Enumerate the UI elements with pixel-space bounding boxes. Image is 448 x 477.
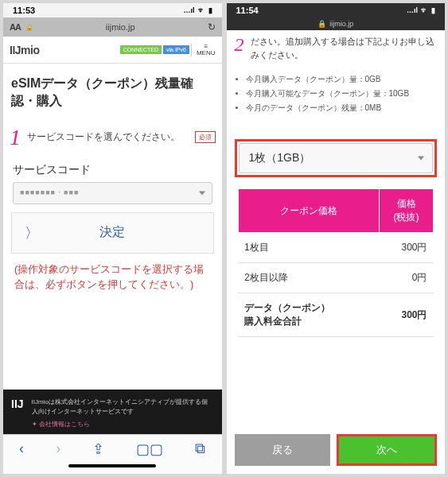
step-text: サービスコードを選んでください。 <box>27 126 189 144</box>
step-text: ださい。追加購入する場合は下記よりお申し込みください。 <box>251 35 438 61</box>
page-content: 2 ださい。追加購入する場合は下記よりお申し込みください。 今月購入データ（クー… <box>227 30 446 474</box>
price-table: クーポン価格 価格 (税抜) 1枚目 300円 2枚目以降 0円 データ（クーポ… <box>238 188 434 337</box>
table-row: データ（クーポン） 購入料金合計 300円 <box>238 293 434 337</box>
page-title: eSIMデータ（クーポン）残量確認・購入 <box>3 64 222 118</box>
url-domain: iijmio.jp <box>38 22 203 32</box>
url-bar[interactable]: 🔒 iijmio.jp <box>227 17 446 30</box>
list-item: 今月購入データ（クーポン）量：0GB <box>246 74 446 85</box>
cell-label: 2枚目以降 <box>238 263 380 293</box>
lock-icon: 🔒 <box>25 24 33 31</box>
warning-text: (操作対象のサービスコードを選択する場合は、必ずボタンを押してください。) <box>3 257 222 305</box>
url-bar[interactable]: AA 🔒 iijmio.jp ↻ <box>3 17 222 37</box>
footer-line2[interactable]: ✦ 会社情報はこちら <box>32 420 214 429</box>
forward-button[interactable]: › <box>56 440 60 457</box>
badge-ipv6: via IPv6 <box>163 45 189 54</box>
status-bar: 11:54 …ıl ᯤ ▮ <box>227 3 446 17</box>
reload-button[interactable]: ↻ <box>208 21 216 33</box>
back-button[interactable]: 戻る <box>235 434 330 466</box>
next-button[interactable]: 次へ <box>339 436 434 463</box>
usage-list: 今月購入データ（クーポン）量：0GB 今月購入可能なデータ（クーポン）量：10G… <box>227 71 446 131</box>
chevron-right-icon: 〉 <box>25 223 39 242</box>
browser-toolbar: ‹ › ⇪ ▢▢ ⧉ <box>3 434 222 463</box>
required-badge: 必須 <box>195 131 216 143</box>
decide-button[interactable]: 〉 決定 <box>11 212 214 254</box>
cell-price: 300円 <box>380 233 434 263</box>
quantity-select[interactable]: 1枚（1GB） <box>239 143 434 173</box>
table-row: 1枚目 300円 <box>238 233 434 263</box>
signal-icon: …ıl <box>407 6 418 14</box>
badge-connected: CONNECTED <box>120 45 162 54</box>
th-coupon-price: クーポン価格 <box>238 189 380 233</box>
wifi-icon: ᯤ <box>198 6 205 14</box>
text-size-button[interactable]: AA <box>10 22 21 32</box>
decide-label: 決定 <box>99 224 125 241</box>
page-content: eSIMデータ（クーポン）残量確認・購入 1 サービスコードを選んでください。 … <box>3 64 222 390</box>
list-item: 今月購入可能なデータ（クーポン）量：10GB <box>246 88 446 99</box>
status-bar: 11:53 …ıl ᯤ ▮ <box>3 3 222 17</box>
list-item: 今月のデータ（クーポン）残量：0MB <box>246 103 446 114</box>
button-row: 戻る 次へ <box>227 410 446 474</box>
lock-icon: 🔒 <box>317 20 326 28</box>
signal-icon: …ıl <box>183 6 194 14</box>
field-label: サービスコード <box>3 157 222 180</box>
home-indicator <box>3 463 222 474</box>
share-button[interactable]: ⇪ <box>92 440 104 458</box>
site-logo[interactable]: IIJmio <box>10 44 39 56</box>
service-code-select[interactable]: ■■■■■■■・■■■ <box>13 182 212 204</box>
cell-label: 1枚目 <box>238 233 380 263</box>
bookmarks-button[interactable]: ▢▢ <box>136 440 163 458</box>
battery-icon: ▮ <box>431 6 435 14</box>
url-domain: iijmio.jp <box>329 20 353 28</box>
footer-logo: IIJ <box>11 398 24 429</box>
site-footer: IIJ IIJmioは株式会社インターネットイニシアティブが提供する個人向けイン… <box>3 390 222 434</box>
step-2: 2 ださい。追加購入する場合は下記よりお申し込みください。 <box>227 30 446 71</box>
menu-button[interactable]: ≡ MENU <box>191 44 216 56</box>
step-number: 2 <box>235 35 244 54</box>
th-price: 価格 (税抜) <box>380 189 434 233</box>
cell-label: データ（クーポン） 購入料金合計 <box>238 293 380 337</box>
table-row: 2枚目以降 0円 <box>238 263 434 293</box>
wifi-icon: ᯤ <box>421 6 428 14</box>
status-time: 11:54 <box>236 6 259 15</box>
qty-highlight: 1枚（1GB） <box>235 139 438 177</box>
battery-icon: ▮ <box>208 6 212 14</box>
cell-price: 300円 <box>380 293 434 337</box>
step-1: 1 サービスコードを選んでください。 必須 <box>3 118 222 157</box>
next-button-highlight: 次へ <box>337 434 437 466</box>
tabs-button[interactable]: ⧉ <box>195 440 205 457</box>
cell-price: 0円 <box>380 263 434 293</box>
status-time: 11:53 <box>13 6 35 15</box>
footer-line1: IIJmioは株式会社インターネットイニシアティブが提供する個人向けインターネッ… <box>32 398 208 415</box>
site-header: IIJmio CONNECTED via IPv6 ≡ MENU <box>3 37 222 64</box>
back-button[interactable]: ‹ <box>19 440 24 457</box>
step-number: 1 <box>10 126 21 149</box>
